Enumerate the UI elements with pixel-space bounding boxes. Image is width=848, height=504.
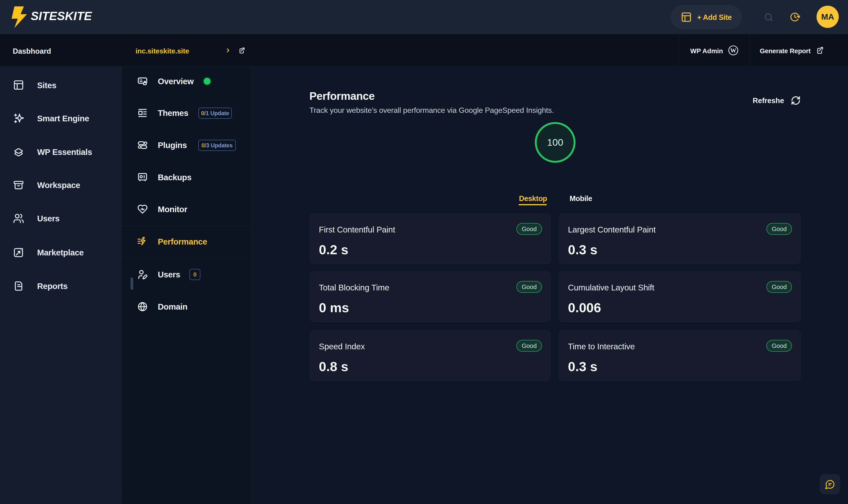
svg-text:W: W [730, 47, 736, 54]
